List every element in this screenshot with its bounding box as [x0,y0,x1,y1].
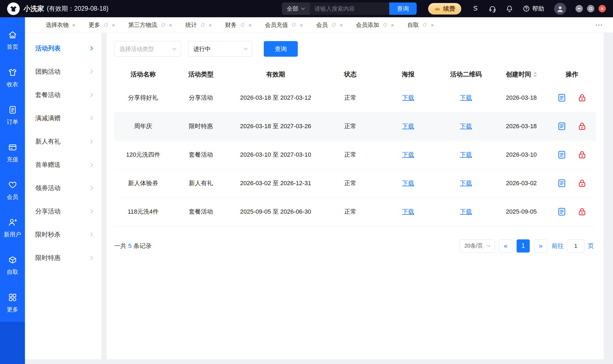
submenu-item-first-order-gift[interactable]: 首单赠送 [25,153,102,176]
filter-bar: 选择活动类型 进行中 查询 [114,41,596,57]
poster-download-link[interactable]: 下载 [402,151,414,158]
poster-download-link[interactable]: 下载 [402,180,414,187]
search-scope-select[interactable]: 全部 [282,2,309,15]
close-icon[interactable]: × [169,22,172,28]
query-button[interactable]: 查询 [264,41,298,57]
next-page-button[interactable]: » [534,239,547,253]
sidebar-item-pickup[interactable]: 自取 [0,247,25,284]
tab-overflow-button[interactable]: ⋯ [590,21,608,29]
goto-page-input[interactable] [567,239,585,253]
sidebar-item-recharge[interactable]: 充值 [0,134,25,172]
page-size-select[interactable]: 20条/页 [460,239,495,253]
submenu-item-activity-list[interactable]: 活动列表 [25,37,102,60]
qrcode-download-link[interactable]: 下载 [460,151,472,158]
close-icon[interactable]: × [209,22,212,28]
global-search: 全部 查询 [282,2,417,15]
tab-finance[interactable]: 财务 × [219,17,258,33]
submenu-item-share[interactable]: 分享活动 [25,200,102,223]
col-poster: 海报 [379,65,437,84]
sidebar-item-new-user[interactable]: 新用户 [0,209,25,247]
close-button[interactable]: × [598,5,606,12]
poster-download-link[interactable]: 下载 [402,123,414,130]
notification-bell-icon[interactable] [506,5,513,13]
row-lock-button[interactable] [577,122,587,131]
more-grid-icon [8,293,17,303]
sidebar-item-orders[interactable]: 订单 [0,97,25,134]
row-lock-button[interactable] [577,207,587,216]
submenu-item-group-buy[interactable]: 团购活动 [25,60,102,83]
search-button[interactable]: 查询 [389,2,417,15]
maximize-button[interactable] [587,5,594,12]
poster-download-link[interactable]: 下载 [402,94,414,101]
tab-member[interactable]: 会员 × [310,17,350,33]
close-icon[interactable]: × [112,22,115,28]
sidebar-item-receive[interactable]: 收衣 [0,59,25,97]
top-icon-group: 帮助 [472,5,544,13]
row-detail-button[interactable] [557,179,566,188]
sidebar-item-more[interactable]: 更多 [0,284,25,322]
chevron-down-icon [487,243,491,247]
close-icon[interactable]: × [340,22,343,28]
prev-page-button[interactable]: « [499,239,512,253]
activity-status-select[interactable]: 进行中 [188,41,252,57]
page-number-1[interactable]: 1 [517,239,530,253]
refresh-icon[interactable] [200,22,205,28]
close-icon[interactable]: × [300,22,303,28]
refresh-icon[interactable] [382,22,388,28]
activity-name: 周年庆 [114,112,172,141]
close-icon[interactable]: × [431,22,434,28]
minimize-button[interactable] [575,5,583,12]
submenu-item-coupon[interactable]: 领券活动 [25,176,102,200]
refresh-icon[interactable] [291,22,296,28]
s-curve-icon[interactable] [472,5,479,13]
status-badge: 正常 [321,84,379,112]
help-label: 帮助 [532,5,544,13]
renew-button[interactable]: 续费 [428,3,461,15]
tab-statistics[interactable]: 统计 × [179,17,219,33]
close-icon[interactable]: × [72,22,75,28]
tshirt-logo-icon [9,5,18,13]
tab-third-party-logistics[interactable]: 第三方物流 × [122,17,179,33]
sort-icon[interactable] [534,72,537,77]
activity-type-select[interactable]: 选择活动类型 [114,41,181,57]
qrcode-download-link[interactable]: 下载 [460,208,472,215]
row-lock-button[interactable] [577,93,587,102]
submenu-item-limited-offer[interactable]: 限时特惠 [25,246,102,270]
close-icon[interactable]: × [248,22,252,28]
close-icon[interactable]: × [391,22,394,28]
refresh-icon[interactable] [422,22,427,28]
refresh-icon[interactable] [331,22,336,28]
submenu-item-new-user-gift[interactable]: 新人有礼 [25,130,102,153]
submenu-item-flash-sale[interactable]: 限时秒杀 [25,223,102,246]
search-scope-value: 全部 [287,5,298,13]
row-detail-button[interactable] [557,93,566,102]
tab-member-add[interactable]: 会员添加 × [350,17,401,33]
customer-service-icon[interactable] [489,5,496,13]
maximize-icon [589,7,592,10]
refresh-icon[interactable] [103,22,108,28]
submenu-item-package[interactable]: 套餐活动 [25,83,102,107]
col-activity-name: 活动名称 [114,65,172,84]
refresh-icon[interactable] [240,22,245,28]
activity-type: 新人有礼 [172,169,230,197]
tab-more[interactable]: 更多 × [82,17,122,33]
row-lock-button[interactable] [577,150,587,159]
row-lock-button[interactable] [577,179,587,188]
qrcode-download-link[interactable]: 下载 [460,180,472,187]
sidebar-item-members[interactable]: 会员 [0,172,25,209]
tab-member-recharge[interactable]: 会员充值 × [258,17,310,33]
tab-pickup[interactable]: 自取 × [401,17,440,33]
row-detail-button[interactable] [557,207,566,216]
row-detail-button[interactable] [557,150,566,159]
row-detail-button[interactable] [557,122,566,131]
search-input[interactable] [309,2,389,15]
help-button[interactable]: 帮助 [523,5,544,13]
submenu-item-full-discount[interactable]: 满减满赠 [25,107,102,130]
sidebar-item-home[interactable]: 首页 [0,22,25,59]
user-avatar[interactable] [554,3,566,15]
qrcode-download-link[interactable]: 下载 [460,94,472,101]
refresh-icon[interactable] [161,22,166,28]
poster-download-link[interactable]: 下载 [402,208,414,215]
qrcode-download-link[interactable]: 下载 [460,123,472,130]
tab-select-clothes[interactable]: 选择衣物 × [39,17,82,33]
